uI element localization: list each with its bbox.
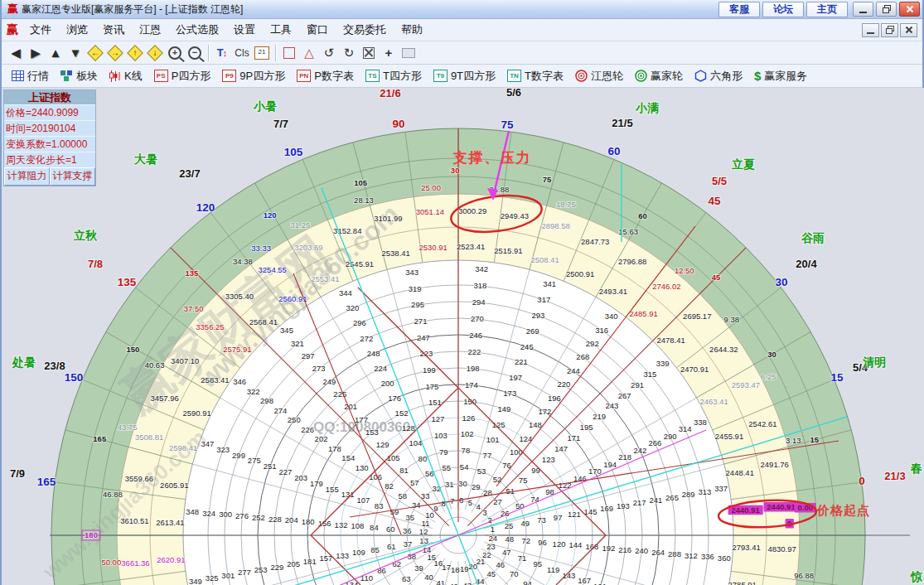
menu-item-3[interactable]: 江恩 [132, 21, 168, 39]
winner-wheel[interactable]: 赢家轮 [629, 69, 689, 84]
svg-text:292: 292 [586, 339, 599, 348]
hexagon[interactable]: 六角形 [689, 69, 748, 84]
child-close-button[interactable] [900, 23, 917, 37]
svg-text:处暑: 处暑 [12, 355, 36, 369]
menu-item-6[interactable]: 工具 [263, 21, 299, 39]
minimize-button[interactable] [853, 2, 873, 17]
svg-text:347: 347 [201, 439, 214, 448]
homepage-button[interactable]: 主页 [806, 2, 848, 17]
svg-text:266: 266 [649, 438, 662, 447]
svg-text:30: 30 [451, 166, 460, 175]
svg-text:60: 60 [386, 525, 395, 534]
svg-text:83: 83 [375, 501, 384, 510]
svg-text:221: 221 [515, 357, 528, 366]
svg-text:288: 288 [668, 549, 681, 558]
svg-text:120: 120 [196, 201, 215, 214]
svg-text:319: 319 [409, 284, 422, 293]
t-number-table[interactable]: TNT数字表 [501, 69, 569, 84]
svg-text:75: 75 [543, 175, 552, 184]
close-button[interactable] [899, 2, 920, 17]
svg-text:30: 30 [775, 276, 787, 288]
p9-square[interactable]: P99P四方形 [216, 69, 291, 84]
winner-service[interactable]: $赢家服务 [748, 69, 813, 84]
svg-text:49: 49 [520, 519, 530, 528]
svg-text:11: 11 [422, 519, 430, 528]
svg-text:2568.41: 2568.41 [249, 317, 278, 326]
menu-item-7[interactable]: 窗口 [299, 21, 336, 39]
triangle-tool-icon[interactable]: △ [299, 44, 319, 62]
svg-text:265: 265 [665, 493, 679, 502]
calendar-icon[interactable]: 21 [252, 44, 272, 62]
svg-text:274: 274 [273, 406, 287, 415]
svg-text:3254.55: 3254.55 [259, 265, 287, 274]
t-square[interactable]: TST四方形 [360, 69, 428, 84]
svg-text:47: 47 [502, 548, 511, 557]
menu-item-1[interactable]: 浏览 [59, 21, 95, 39]
menu-item-8[interactable]: 交易委托 [336, 21, 394, 39]
screen-icon[interactable] [399, 44, 418, 62]
market-quotes[interactable]: 行情 [6, 69, 55, 84]
menu-item-4[interactable]: 公式选股 [168, 21, 226, 39]
svg-text:198: 198 [467, 364, 480, 373]
svg-text:312: 312 [685, 551, 698, 560]
forward-icon[interactable]: ▶ [26, 44, 46, 62]
calc-resistance-button[interactable]: 计算阻力 [4, 167, 50, 186]
menu-item-9[interactable]: 帮助 [394, 21, 430, 39]
svg-text:272: 272 [360, 334, 373, 343]
svg-text:61: 61 [387, 542, 396, 551]
pan-down-icon[interactable]: ↓ [145, 44, 165, 62]
t-updown-icon[interactable]: T↕ [212, 44, 232, 62]
svg-text:178: 178 [328, 444, 341, 453]
child-restore-button[interactable] [881, 23, 898, 37]
svg-text:42: 42 [449, 582, 458, 585]
svg-text:3661.36: 3661.36 [121, 558, 149, 568]
rotate-cw-icon[interactable]: ↻ [339, 44, 359, 62]
svg-text:53: 53 [477, 467, 486, 476]
sectors[interactable]: 板块 [55, 69, 104, 84]
svg-text:9: 9 [433, 504, 438, 513]
p-square[interactable]: PSP四方形 [148, 69, 217, 84]
svg-text:243: 243 [605, 401, 618, 410]
svg-text:270: 270 [471, 314, 484, 323]
svg-text:24: 24 [489, 534, 498, 543]
forum-button[interactable]: 论坛 [762, 2, 804, 17]
kline[interactable]: K线 [104, 69, 148, 84]
svg-text:2485.91: 2485.91 [630, 309, 658, 318]
square-tool-icon[interactable] [279, 44, 299, 62]
svg-text:3.13: 3.13 [786, 436, 801, 445]
svg-text:128: 128 [402, 423, 415, 433]
xbox-icon[interactable] [359, 44, 379, 62]
customer-service-button[interactable]: 客服 [718, 2, 760, 17]
svg-text:228: 228 [268, 515, 282, 524]
back-icon[interactable]: ◀ [6, 44, 26, 62]
svg-text:13: 13 [419, 536, 428, 545]
svg-text:172: 172 [538, 407, 551, 416]
svg-text:296: 296 [353, 318, 366, 327]
pan-right-icon[interactable]: → [105, 44, 125, 62]
p-number-table[interactable]: PNP数字表 [291, 69, 360, 84]
cls-icon[interactable]: Cls [232, 44, 252, 62]
svg-text:43.75: 43.75 [118, 423, 138, 432]
gann-wheel[interactable]: 江恩轮 [569, 69, 629, 84]
center-icon[interactable]: + [379, 44, 399, 62]
pan-up-icon[interactable]: ↑ [125, 44, 145, 62]
restore-button[interactable] [876, 2, 897, 17]
child-minimize-button[interactable] [862, 23, 879, 37]
pan-left-icon[interactable]: ← [85, 44, 105, 62]
t9-square[interactable]: T99T四方形 [428, 69, 501, 84]
svg-text:2898.58: 2898.58 [541, 221, 569, 230]
up-triangle-icon[interactable]: ▲ [46, 44, 65, 62]
down-triangle-icon[interactable]: ▼ [65, 44, 85, 62]
zoom-in-icon[interactable]: + [165, 44, 185, 62]
svg-text:37.50: 37.50 [184, 304, 204, 313]
gann-wheel-canvas[interactable]: 赢家财富网www.yingjia360.comwww.yingjia360.co… [2, 88, 924, 585]
menu-item-5[interactable]: 设置 [226, 21, 263, 39]
svg-text:135: 135 [118, 276, 137, 288]
menu-item-2[interactable]: 资讯 [95, 21, 132, 39]
zoom-out-icon[interactable]: − [185, 44, 205, 62]
rotate-ccw-icon[interactable]: ↺ [319, 44, 339, 62]
coefficient-row: 变换系数=1.00000 [4, 136, 95, 152]
title-bar: 赢 赢家江恩专业版[赢家服务平台] - [上证指数 江恩轮] 客服 论坛 主页 [2, 0, 922, 19]
calc-support-button[interactable]: 计算支撑 [50, 167, 95, 186]
menu-item-0[interactable]: 文件 [22, 21, 59, 39]
